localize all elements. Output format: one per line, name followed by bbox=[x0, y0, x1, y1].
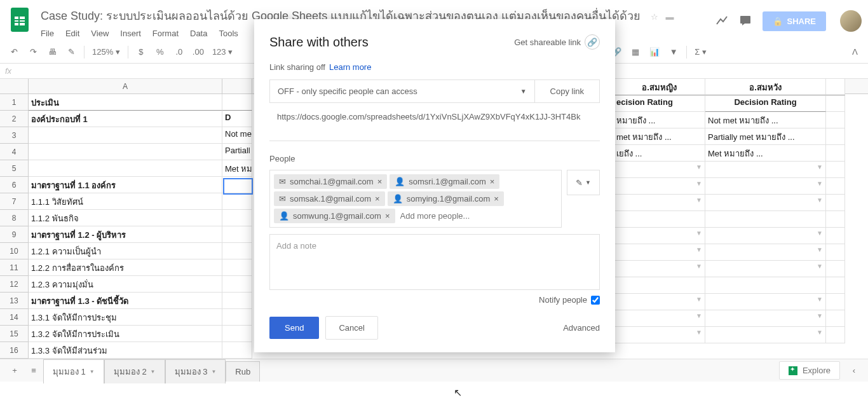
remove-chip-icon[interactable]: × bbox=[377, 177, 383, 186]
cell-dropdown[interactable]: ▼ bbox=[613, 294, 705, 310]
cell[interactable]: เยถึง ... bbox=[613, 145, 705, 162]
cell-dropdown[interactable]: ▼ bbox=[613, 178, 705, 195]
cell[interactable] bbox=[826, 128, 845, 145]
row-header[interactable]: 9 bbox=[0, 226, 29, 243]
row-header[interactable]: 1 bbox=[0, 94, 29, 111]
select-all-corner[interactable] bbox=[0, 79, 29, 93]
cell[interactable] bbox=[826, 162, 845, 178]
remove-chip-icon[interactable]: × bbox=[494, 194, 499, 203]
cell[interactable] bbox=[222, 226, 252, 243]
cell[interactable] bbox=[613, 277, 705, 294]
cell[interactable]: มาตราฐานที่ 1.1 องค์กร bbox=[29, 177, 222, 193]
cell[interactable] bbox=[705, 211, 826, 228]
cell[interactable] bbox=[29, 160, 222, 177]
cell[interactable] bbox=[826, 277, 845, 294]
tab-menu-icon[interactable]: ▼ bbox=[211, 369, 216, 375]
sheet-tab[interactable]: มุมมอง 3▼ bbox=[165, 359, 226, 383]
cell[interactable] bbox=[705, 277, 826, 294]
cell[interactable] bbox=[826, 112, 845, 128]
copy-link-button[interactable]: Copy link bbox=[534, 80, 599, 102]
row-header[interactable]: 14 bbox=[0, 309, 29, 326]
chart-icon[interactable]: 📊 bbox=[646, 43, 663, 61]
row-header[interactable]: 16 bbox=[0, 342, 29, 359]
cell[interactable]: Not met หมายถึง ... bbox=[705, 112, 826, 128]
cell-dropdown[interactable]: ▼ bbox=[705, 310, 826, 327]
cell[interactable] bbox=[826, 261, 845, 277]
percent-icon[interactable]: % bbox=[151, 43, 169, 61]
cell-dropdown[interactable]: ▼ bbox=[613, 195, 705, 211]
cell[interactable]: 1.1.2 พันธกิจ bbox=[29, 210, 222, 226]
tab-menu-icon[interactable]: ▼ bbox=[151, 369, 156, 375]
cell[interactable]: met หมายถึง ... bbox=[613, 128, 705, 145]
cell[interactable]: Met หมายถึง ... bbox=[705, 145, 826, 162]
email-chip[interactable]: 👤somying.1@gmail.com× bbox=[388, 191, 504, 206]
notify-checkbox[interactable] bbox=[591, 296, 600, 305]
cell-dropdown[interactable]: ▼ bbox=[613, 244, 705, 261]
row-header[interactable]: 8 bbox=[0, 210, 29, 226]
cell-dropdown[interactable]: ▼ bbox=[613, 228, 705, 244]
cell[interactable]: 1.2.3 ความมุ่งมั่น bbox=[29, 276, 222, 293]
cell[interactable]: 1.2.1 ความเป็นผู้นำ bbox=[29, 243, 222, 259]
active-cell[interactable] bbox=[223, 178, 253, 195]
people-input-box[interactable]: ✉somchai.1@gmail.com× 👤somsri.1@gmail.co… bbox=[269, 170, 562, 228]
cell[interactable]: Not me bbox=[222, 127, 252, 144]
cell[interactable] bbox=[826, 178, 845, 195]
cell-dropdown[interactable]: ▼ bbox=[613, 162, 705, 178]
cell[interactable] bbox=[826, 195, 845, 211]
cell[interactable] bbox=[29, 144, 222, 160]
email-chip[interactable]: 👤somsri.1@gmail.com× bbox=[390, 174, 499, 189]
cell[interactable] bbox=[826, 145, 845, 162]
all-sheets-icon[interactable]: ≡ bbox=[24, 366, 43, 375]
permission-select[interactable]: ✎▼ bbox=[567, 170, 600, 195]
email-chip[interactable]: 👤somwung.1@gmail.com× bbox=[274, 209, 395, 223]
dec-increase-icon[interactable]: .00 bbox=[189, 43, 207, 61]
cell-dropdown[interactable]: ▼ bbox=[705, 244, 826, 261]
email-chip[interactable]: ✉somsak.1@gmail.com× bbox=[274, 191, 385, 206]
menu-format[interactable]: Format bbox=[153, 29, 179, 38]
cell[interactable] bbox=[826, 244, 845, 261]
cell[interactable]: 1.3.1 จัดให้มีการประชุม bbox=[29, 309, 222, 326]
row-header[interactable]: 12 bbox=[0, 276, 29, 293]
cell[interactable] bbox=[222, 94, 252, 111]
nav-left-icon[interactable]: ‹ bbox=[845, 366, 863, 375]
cell[interactable]: Met หม bbox=[222, 160, 252, 177]
trend-icon[interactable] bbox=[715, 15, 728, 27]
cell-dropdown[interactable]: ▼ bbox=[613, 310, 705, 327]
menu-edit[interactable]: Edit bbox=[65, 29, 79, 38]
cell-dropdown[interactable]: ▼ bbox=[705, 178, 826, 195]
cell[interactable]: ecision Rating bbox=[613, 95, 705, 112]
cell[interactable] bbox=[826, 228, 845, 244]
remove-chip-icon[interactable]: × bbox=[490, 177, 495, 186]
sheet-tab[interactable]: มุมมอง 2▼ bbox=[104, 359, 165, 383]
cell[interactable] bbox=[222, 293, 252, 309]
cell[interactable]: อ.สมหวัง bbox=[705, 79, 826, 95]
cell[interactable] bbox=[826, 79, 845, 95]
row-header[interactable]: 7 bbox=[0, 193, 29, 210]
cell-dropdown[interactable]: ▼ bbox=[705, 294, 826, 310]
cell[interactable] bbox=[222, 193, 252, 210]
cell[interactable] bbox=[613, 211, 705, 228]
avatar[interactable] bbox=[840, 10, 862, 32]
add-people-input[interactable] bbox=[398, 209, 557, 223]
tab-menu-icon[interactable]: ▼ bbox=[90, 369, 95, 375]
row-header[interactable]: 15 bbox=[0, 326, 29, 342]
cell[interactable] bbox=[222, 326, 252, 342]
row-header[interactable]: 11 bbox=[0, 259, 29, 276]
note-textarea[interactable]: Add a note bbox=[269, 234, 600, 290]
shareable-link-button[interactable]: Get shareable link 🔗 bbox=[514, 34, 600, 50]
row-header[interactable]: 4 bbox=[0, 144, 29, 160]
collapse-toolbar-icon[interactable]: ᐱ bbox=[847, 47, 863, 57]
cell[interactable] bbox=[826, 95, 845, 112]
zoom-select[interactable]: 125% ▾ bbox=[88, 47, 124, 57]
cell[interactable]: ประเมิน bbox=[29, 94, 222, 111]
undo-icon[interactable]: ↶ bbox=[5, 43, 23, 61]
cell[interactable] bbox=[222, 309, 252, 326]
menu-tools[interactable]: Tools bbox=[219, 29, 238, 38]
remove-chip-icon[interactable]: × bbox=[385, 211, 390, 221]
cell[interactable]: มาตราฐานที่ 1.2 - ผู้บริหาร bbox=[29, 226, 222, 243]
row-header[interactable]: 5 bbox=[0, 160, 29, 177]
send-button[interactable]: Send bbox=[269, 317, 319, 339]
share-url[interactable]: https://docs.google.com/spreadsheets/d/1… bbox=[269, 106, 600, 128]
cell[interactable]: Decision Rating bbox=[705, 95, 826, 112]
cell-dropdown[interactable]: ▼ bbox=[705, 327, 826, 343]
